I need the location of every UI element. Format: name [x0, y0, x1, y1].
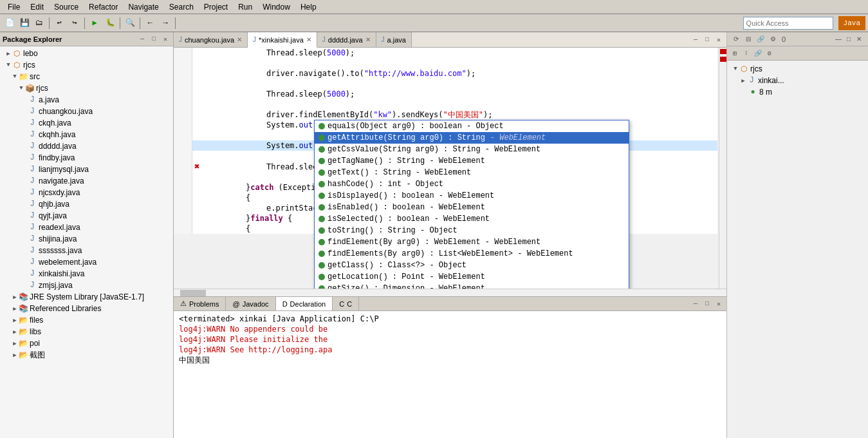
tree-item-ckqh-java[interactable]: J ckqh.java — [0, 117, 173, 129]
tree-item-jietou[interactable]: ▶ 📂 截图 — [0, 349, 173, 361]
tree-item-src[interactable]: ▼ 📁 src — [0, 71, 173, 82]
search-button[interactable]: 🔍 — [123, 16, 137, 30]
navigate-forward-button[interactable]: → — [158, 16, 172, 30]
tree-item-jre-lib[interactable]: ▶ 📚 JRE System Library [JavaSE-1.7] — [0, 291, 173, 303]
autocomplete-item-gettagname[interactable]: getTagName() : String - WebElement — [315, 155, 629, 167]
tree-item-zmjsj-java[interactable]: J zmjsj.java — [0, 280, 173, 291]
right-toolbar-btn-2[interactable]: ↕ — [741, 48, 752, 59]
tree-item-sssssss-java[interactable]: J sssssss.java — [0, 245, 173, 256]
autocomplete-item-findelements[interactable]: findElements(By arg0) : List<WebElement>… — [315, 248, 629, 260]
menu-run[interactable]: Run — [233, 1, 257, 13]
tab-xinkaishi[interactable]: J *xinkaishi.java ✕ — [248, 32, 317, 48]
autocomplete-item-isenabled[interactable]: isEnabled() : boolean - WebElement — [315, 202, 629, 213]
autocomplete-item-getcssvalue[interactable]: getCssValue(String arg0) : String - WebE… — [315, 144, 629, 155]
menu-source[interactable]: Source — [49, 1, 84, 13]
tab-close-button[interactable]: ✕ — [365, 36, 371, 43]
line-content[interactable]: driver.navigate().to("http://www.baidu.c… — [202, 68, 717, 79]
bottom-minimize-icon[interactable]: — — [690, 299, 701, 309]
tree-item-ckqhh-java[interactable]: J ckqhh.java — [0, 129, 173, 140]
maximize-icon[interactable]: □ — [149, 34, 159, 44]
tree-item-chuangkou-java[interactable]: J chuangkou.java — [0, 106, 173, 117]
tree-item-xinkai-outline[interactable]: ▶ J xinkai... — [730, 75, 865, 86]
tree-item-shijina-java[interactable]: J shijina.java — [0, 233, 173, 245]
tree-item-readexl-java[interactable]: J readexl.java — [0, 222, 173, 233]
bottom-close-icon[interactable]: ✕ — [714, 299, 724, 309]
autocomplete-item-getclass[interactable]: getClass() : Class<?> - Object — [315, 260, 629, 271]
minimize-editor-icon[interactable]: — — [690, 35, 701, 45]
right-toolbar-btn-1[interactable]: ⊞ — [730, 48, 740, 59]
autocomplete-item-isselected[interactable]: isSelected() : boolean - WebElement — [315, 213, 629, 225]
tab-a[interactable]: J a.java — [376, 32, 412, 47]
autocomplete-item-getsize[interactable]: getSize() : Dimension - WebElement — [315, 283, 629, 289]
save-button[interactable]: 💾 — [17, 16, 32, 30]
expand-arrow[interactable]: ▶ — [740, 77, 746, 84]
menu-help[interactable]: Help — [295, 1, 322, 13]
expand-arrow[interactable]: ▼ — [732, 66, 739, 72]
horizontal-scrollbar[interactable] — [174, 289, 726, 296]
new-button[interactable]: 📄 — [3, 16, 17, 30]
autocomplete-item-equals[interactable]: equals(Object arg0) : boolean - Object — [315, 120, 629, 132]
tab-javadoc[interactable]: @ Javadoc — [226, 297, 275, 310]
maximize-editor-icon[interactable]: □ — [702, 35, 712, 45]
tree-item-poi[interactable]: ▶ 📂 poi — [0, 338, 173, 349]
menu-edit[interactable]: Edit — [25, 1, 49, 13]
undo-button[interactable]: ↩ — [52, 16, 66, 30]
tree-item-ddddd-java[interactable]: J ddddd.java — [0, 140, 173, 152]
autocomplete-item-getattribute[interactable]: getAttribute(String arg0) : String - Web… — [315, 132, 629, 144]
navigate-back-button[interactable]: ← — [143, 16, 157, 30]
bottom-maximize-icon[interactable]: □ — [702, 299, 712, 309]
collapse-icon[interactable]: ⊟ — [743, 34, 753, 44]
tree-item-lianjmysql-java[interactable]: J lianjmysql.java — [0, 164, 173, 175]
run-button[interactable]: ▶ — [88, 16, 102, 30]
sync-icon[interactable]: ⟳ — [731, 34, 741, 44]
close-editor-icon[interactable]: ✕ — [714, 35, 724, 45]
autocomplete-item-findelement[interactable]: findElement(By arg0) : WebElement - WebE… — [315, 236, 629, 248]
tree-item-method-outline[interactable]: ● 8 m — [730, 86, 865, 98]
right-toolbar-btn-4[interactable]: ⚙ — [764, 48, 775, 59]
tree-item-qhjb-java[interactable]: J qhjb.java — [0, 198, 173, 210]
tab-problems[interactable]: ⚠ Problems — [174, 297, 226, 310]
expand-arrow[interactable]: ▶ — [12, 317, 18, 323]
link-icon[interactable]: 🔗 — [755, 34, 766, 44]
autocomplete-item-tostring[interactable]: toString() : String - Object — [315, 225, 629, 236]
tree-item-rjcs-outline[interactable]: ▼ ⬡ rjcs — [730, 63, 865, 75]
expand-arrow[interactable]: ▼ — [5, 62, 12, 68]
maximize-right-icon[interactable]: □ — [844, 34, 854, 44]
quick-access-input[interactable] — [743, 17, 833, 30]
save-all-button[interactable]: 🗂 — [32, 16, 46, 30]
tree-item-njcsxdy-java[interactable]: J njcsxdy.java — [0, 187, 173, 198]
tree-item-a-java[interactable]: J a.java — [0, 94, 173, 106]
tree-item-webelement-java[interactable]: J webelement.java — [0, 256, 173, 268]
minimize-right-icon[interactable]: — — [833, 34, 844, 44]
tree-item-ref-lib[interactable]: ▶ 📚 Referenced Libraries — [0, 303, 173, 314]
tree-item-navigate-java[interactable]: J navigate.java — [0, 175, 173, 187]
line-content[interactable]: Thread.sleep(5000); — [202, 48, 717, 58]
tab-console[interactable]: C C — [333, 297, 359, 310]
menu-navigate[interactable]: Navigate — [123, 1, 163, 13]
autocomplete-item-gettext[interactable]: getText() : String - WebElement — [315, 167, 629, 178]
tree-item-findby-java[interactable]: J findby.java — [0, 152, 173, 164]
tree-item-files[interactable]: ▶ 📂 files — [0, 314, 173, 326]
menu-refactor[interactable]: Refactor — [84, 1, 123, 13]
expand-arrow[interactable]: ▶ — [5, 50, 12, 57]
expand-arrow[interactable]: ▼ — [12, 73, 18, 80]
tree-item-qyjt-java[interactable]: J qyjt.java — [0, 210, 173, 222]
tab-chuangkou[interactable]: J chuangkou.java ✕ — [174, 32, 248, 47]
tree-item-libs[interactable]: ▶ 📂 libs — [0, 326, 173, 338]
menu-project[interactable]: Project — [199, 1, 233, 13]
menu-window[interactable]: Window — [257, 1, 295, 13]
expand-arrow[interactable]: ▶ — [12, 352, 18, 358]
tab-close-button[interactable]: ✕ — [306, 36, 311, 43]
settings-icon[interactable]: ⚙ — [768, 34, 778, 44]
autocomplete-item-getlocation[interactable]: getLocation() : Point - WebElement — [315, 271, 629, 283]
expand-arrow[interactable]: ▶ — [12, 328, 18, 335]
tab-declaration[interactable]: D Declaration — [276, 297, 333, 310]
expand-arrow[interactable]: ▶ — [12, 340, 18, 347]
tree-item-rjcs-project[interactable]: ▼ ⬡ rjcs — [0, 59, 173, 71]
close-right-icon[interactable]: ✕ — [854, 34, 864, 44]
debug-button[interactable]: 🐛 — [103, 16, 117, 30]
expand-arrow[interactable]: ▼ — [18, 85, 24, 91]
minimize-icon[interactable]: — — [137, 34, 147, 44]
redo-button[interactable]: ↪ — [68, 16, 82, 30]
autocomplete-item-hashcode[interactable]: hashCode() : int - Object — [315, 178, 629, 190]
